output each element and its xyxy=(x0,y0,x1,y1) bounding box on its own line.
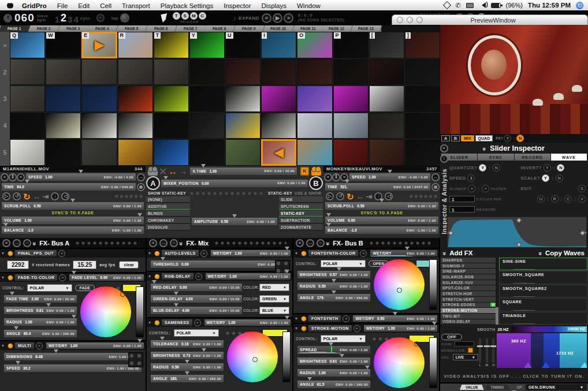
blend-mode-item[interactable]: BLINDS xyxy=(146,210,190,217)
band-fader-m[interactable]: M xyxy=(485,338,488,367)
page-tab-6[interactable]: PAGE 6 xyxy=(146,25,177,32)
grid-cell[interactable]: ] xyxy=(405,32,440,58)
loop-icon[interactable]: ↻ xyxy=(23,192,31,201)
grid-cell[interactable] xyxy=(261,113,296,139)
collapse-module-icon[interactable]: ▾ xyxy=(295,316,299,321)
grid-cell[interactable] xyxy=(369,85,404,112)
grid-cell[interactable]: Q xyxy=(10,32,45,58)
speed-slider[interactable]: SPEED30.2ENV: 1.00 / 300.00 xyxy=(4,364,142,372)
minimize-window-button[interactable] xyxy=(407,17,413,23)
color-wheel-cursor[interactable] xyxy=(252,357,258,362)
grid-cell[interactable] xyxy=(261,85,296,112)
scrub-poll-slider[interactable]: SCRUB.POLL0.50ENV: 0.00 / 1.00 xyxy=(325,202,438,210)
blend-mode-item[interactable]: ADDITIVE xyxy=(146,203,190,210)
grid-cell[interactable] xyxy=(81,85,117,112)
slower-button[interactable]: « xyxy=(468,185,475,192)
swap-fx-icon[interactable]: ↔ xyxy=(13,239,21,247)
add-fx-item[interactable]: SIGMOID-Y xyxy=(441,263,498,269)
balance-slider[interactable]: BALANCE-1.0ENV: -1.00 / 1.00 xyxy=(2,226,144,234)
slider-pointer[interactable] xyxy=(25,180,29,185)
fx-yes-button[interactable]: Y xyxy=(504,135,511,142)
color-wheel[interactable] xyxy=(227,332,278,382)
page-tab-12[interactable]: PAGE 12 xyxy=(322,25,353,32)
faster-button[interactable]: » xyxy=(482,185,489,192)
invert-no-button[interactable]: N xyxy=(557,164,564,172)
angle-slider[interactable]: ANGLE60.4ENV: 0.00 / 360.00 xyxy=(4,330,77,337)
fx-enabled-led[interactable] xyxy=(8,275,13,281)
blue-delay-slider[interactable]: BLUE-DELAY4.00ENV: 0.00 / 15.00 xyxy=(151,307,242,314)
slider-pointer[interactable] xyxy=(388,170,392,176)
menu-item-playback-settings[interactable]: Playback Settings xyxy=(155,2,218,9)
grid-cell[interactable] xyxy=(297,139,332,166)
speed-slider[interactable]: SPEED1.00ENV: -4.00 / 4.00 xyxy=(26,173,136,181)
smooth-spectrum-slider[interactable]: 20000 HZ xyxy=(511,326,587,332)
menu-item-edit[interactable]: Edit xyxy=(73,2,95,9)
slider-pointer[interactable] xyxy=(16,361,20,367)
add-fx-item[interactable]: VIDEO-DELAY xyxy=(441,319,498,325)
lfo-tab-timing[interactable]: TIMING xyxy=(485,385,510,390)
grid-cell[interactable] xyxy=(405,113,440,139)
grid-cell[interactable] xyxy=(118,113,153,139)
angle-slider[interactable]: ANGLE179.ENV: 0.00 / 360.00 xyxy=(297,294,370,301)
color-wheel-cursor[interactable] xyxy=(397,288,402,293)
collapse-module-icon[interactable]: ▾ xyxy=(2,251,6,256)
jump-back-icon[interactable]: ◁ xyxy=(385,192,393,200)
cut-left-icon[interactable]: ⤬ xyxy=(160,167,166,175)
add-fx-item[interactable]: STRETCH-VERT xyxy=(441,297,498,303)
rewind-icon[interactable]: « xyxy=(324,173,332,181)
color-dropdown[interactable]: BLUE▼ xyxy=(259,307,289,314)
tolerance-slider[interactable]: TOLERANCE0.16ENV: 0.00 / 1.00 xyxy=(151,340,224,348)
menu-item-gridpro[interactable]: GridPro xyxy=(17,2,52,9)
tab-sync[interactable]: SYNC xyxy=(478,154,513,161)
slider-pointer[interactable] xyxy=(152,280,157,286)
page-tab-11[interactable]: PAGE 11 xyxy=(292,25,323,32)
video-analysis-status[interactable]: VIDEO ANALYSIS IS OFF . . . CLICK TO TUR… xyxy=(440,368,588,382)
analysis-off-button[interactable]: OFF xyxy=(441,334,462,340)
control-mode-dropdown[interactable]: POLAR▼ xyxy=(321,335,366,342)
grid-row-label-3[interactable]: 3 xyxy=(0,85,10,112)
angle-slider[interactable]: ANGLE61.5ENV: 0.00 / 360.00 xyxy=(297,381,370,388)
collapse-module-icon[interactable]: ▾ xyxy=(148,320,152,325)
key-button[interactable]: K xyxy=(300,167,309,176)
crossfade-icon[interactable]: ↔ xyxy=(168,167,177,176)
blend-mode-item[interactable]: DISSOLVE xyxy=(146,224,190,230)
rail-collapse-icon[interactable]: « xyxy=(440,144,448,152)
color-dropdown[interactable]: RED▼ xyxy=(259,284,289,291)
volume-slider[interactable]: VOLUME1.00ENV: 0.00 / 1.00 xyxy=(2,217,144,224)
apple-menu-icon[interactable] xyxy=(7,2,13,9)
grid-cell[interactable] xyxy=(405,59,440,85)
pause-icon[interactable]: Ⅱ xyxy=(332,173,340,181)
grid-cell[interactable] xyxy=(81,139,117,166)
pingpong-icon[interactable]: ↔ xyxy=(33,193,40,200)
color-dropdown[interactable]: GREEN▼ xyxy=(259,295,289,303)
color-wheel-cursor[interactable] xyxy=(120,292,125,297)
grid-cell[interactable]: P xyxy=(333,32,369,58)
slider-pointer[interactable] xyxy=(337,267,341,273)
speed-slider[interactable]: SPEED1.00ENV: -4.00 / 4.00 xyxy=(349,173,430,181)
grid-cell[interactable] xyxy=(189,139,225,166)
slider-pointer[interactable] xyxy=(332,279,336,285)
urcv-button-v[interactable]: V xyxy=(578,195,586,203)
bypass-icon[interactable]: ○ xyxy=(317,239,325,247)
eject-icon[interactable]: « xyxy=(149,239,157,247)
color-wheel[interactable] xyxy=(80,286,131,337)
speed-pause-button[interactable]: Ⅱ xyxy=(467,174,475,182)
slider-pointer[interactable] xyxy=(285,270,289,275)
slider-pointer[interactable] xyxy=(14,326,18,332)
band-fader-h[interactable]: H xyxy=(492,338,494,367)
page-tab-9[interactable]: PAGE 9 xyxy=(233,25,265,32)
fastforward-icon[interactable]: » xyxy=(17,173,25,181)
fx-enabled-led[interactable] xyxy=(8,343,13,349)
lfo-tab-value[interactable]: VALUE xyxy=(460,385,484,390)
slider-pointer[interactable] xyxy=(405,247,410,252)
menu-clock[interactable]: Thu 12:59 PM xyxy=(528,2,571,9)
op-dropdown[interactable]: GEN.DRUNK▼ xyxy=(526,384,587,390)
slider-pointer[interactable] xyxy=(72,271,76,277)
control-mode-dropdown[interactable]: POLAR▼ xyxy=(174,329,219,337)
grid-cell[interactable] xyxy=(369,113,404,139)
grid-cell[interactable] xyxy=(189,59,225,85)
monitor-button-b[interactable]: B xyxy=(451,135,460,142)
grid-cell[interactable] xyxy=(10,139,45,166)
airport-icon[interactable] xyxy=(443,1,451,9)
time-slider[interactable]: TIME64.0ENV: 0.00 / 344.00 xyxy=(2,183,136,191)
